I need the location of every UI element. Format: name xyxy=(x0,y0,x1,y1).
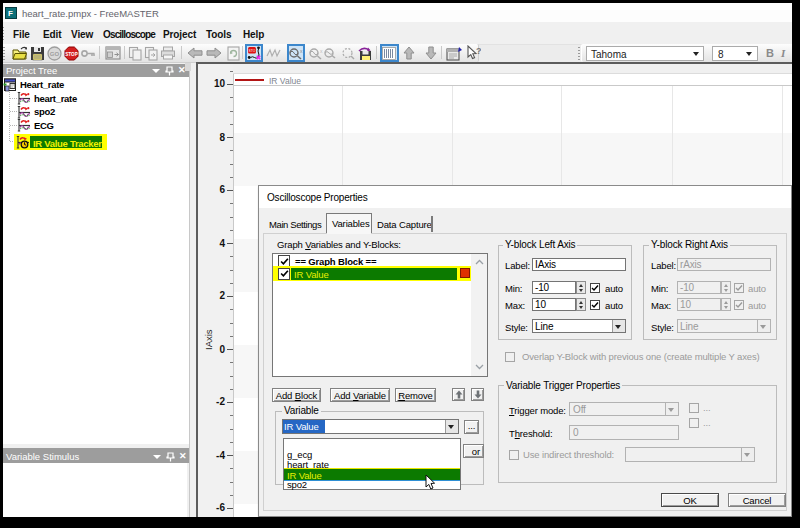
svg-text:x: x xyxy=(300,48,303,54)
svg-text:?: ? xyxy=(476,46,481,56)
svg-text:STO: STO xyxy=(249,48,256,52)
svg-text:GO: GO xyxy=(50,51,60,57)
svg-text:STOP: STOP xyxy=(65,52,77,57)
